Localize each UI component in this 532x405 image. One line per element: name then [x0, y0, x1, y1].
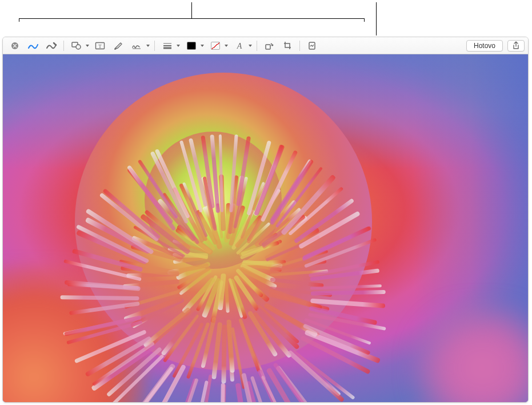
border-color-tool[interactable] — [182, 39, 205, 52]
sketch-tool[interactable] — [25, 39, 42, 52]
highlight-tool[interactable] — [110, 39, 127, 52]
rotate-tool[interactable] — [261, 39, 278, 52]
draw-icon — [46, 41, 57, 50]
shapes-tool[interactable] — [67, 39, 90, 52]
share-button[interactable] — [507, 40, 525, 51]
image-content — [310, 290, 385, 296]
text-style-tool[interactable]: A — [230, 39, 253, 52]
image-content — [414, 305, 528, 402]
signature-icon — [131, 41, 143, 50]
draw-tool[interactable] — [43, 39, 60, 52]
toolbar-actions-group: Hotovo — [466, 40, 525, 51]
toolbar-separator — [154, 41, 155, 51]
chevron-down-icon — [225, 45, 228, 47]
markup-toolbar: T — [3, 37, 528, 54]
chevron-down-icon — [249, 45, 252, 47]
toolbar-tools-group: T — [6, 39, 466, 52]
chevron-down-icon — [86, 45, 89, 47]
rotate-icon — [264, 41, 274, 50]
done-button-label: Hotovo — [474, 42, 495, 50]
chevron-down-icon — [177, 45, 180, 47]
close-button[interactable] — [6, 39, 23, 52]
markup-window: T — [2, 37, 529, 403]
border-color-swatch — [187, 42, 196, 50]
callout-annotations — [0, 0, 532, 37]
shapes-icon — [71, 41, 82, 50]
image-content — [222, 325, 227, 384]
toolbar-separator — [299, 41, 300, 51]
done-button[interactable]: Hotovo — [466, 40, 503, 51]
annotate-device-tool[interactable] — [303, 39, 321, 52]
crop-tool[interactable] — [279, 39, 296, 52]
close-icon — [11, 42, 19, 50]
crop-icon — [282, 41, 293, 50]
sketch-icon — [27, 41, 39, 50]
annotate-device-icon — [307, 41, 317, 50]
fill-color-swatch — [211, 42, 220, 50]
chevron-down-icon — [146, 45, 150, 47]
toolbar-separator — [63, 41, 64, 51]
line-style-tool[interactable] — [158, 39, 181, 52]
image-canvas[interactable] — [3, 54, 528, 402]
svg-text:A: A — [237, 42, 242, 50]
share-icon — [512, 41, 520, 50]
chevron-down-icon — [201, 45, 204, 47]
svg-rect-9 — [266, 45, 270, 49]
image-content — [220, 383, 225, 402]
svg-point-2 — [76, 45, 81, 49]
text-style-icon: A — [235, 41, 244, 50]
highlight-icon — [113, 41, 123, 50]
sign-tool[interactable] — [128, 39, 151, 52]
svg-text:T: T — [98, 43, 102, 49]
toolbar-separator — [257, 41, 257, 51]
text-tool[interactable]: T — [91, 39, 109, 52]
line-style-icon — [162, 42, 173, 50]
text-icon: T — [95, 41, 105, 50]
fill-color-tool[interactable] — [206, 39, 229, 52]
